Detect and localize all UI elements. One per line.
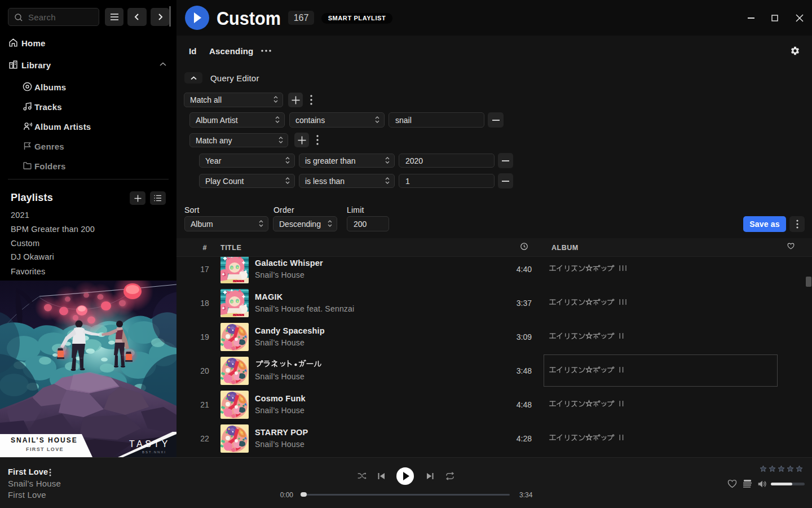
svg-text:TASTY: TASTY (129, 439, 170, 449)
svg-text:SNAIL’S HOUSE: SNAIL’S HOUSE (11, 436, 78, 444)
svg-text:FIRST LOVE: FIRST LOVE (26, 446, 64, 452)
svg-text:BST.NNXI: BST.NNXI (142, 450, 166, 454)
